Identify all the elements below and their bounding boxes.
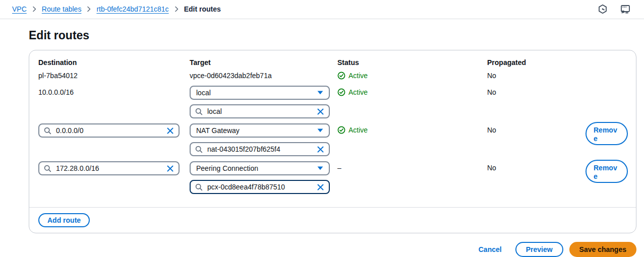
search-icon — [195, 183, 203, 191]
breadcrumb-bar: VPC Route tables rtb-0fefc24bd7121c81c E… — [0, 0, 644, 19]
target-search-box-focused — [190, 180, 330, 194]
breadcrumb-current: Edit routes — [184, 5, 221, 13]
remove-route-button[interactable]: Remove — [586, 160, 628, 183]
search-icon — [44, 165, 51, 172]
hexagon-clock-icon[interactable] — [598, 4, 608, 14]
route-row-4: Peering Connection – No Remove — [38, 161, 628, 194]
page-title: Edit routes — [29, 29, 636, 42]
clear-icon[interactable] — [166, 165, 174, 172]
destination-input[interactable] — [56, 164, 162, 172]
target-select[interactable]: NAT Gateway — [190, 123, 330, 138]
chevron-right-icon — [87, 6, 91, 12]
column-header-propagated: Propagated — [487, 58, 586, 67]
route-row-1: pl-7ba54012 vpce-0d60423dab2feb71a Activ… — [38, 71, 628, 81]
clear-icon[interactable] — [317, 108, 324, 115]
propagated-value: No — [487, 86, 586, 96]
destination-value: pl-7ba54012 — [38, 71, 190, 80]
breadcrumb: VPC Route tables rtb-0fefc24bd7121c81c E… — [12, 5, 221, 13]
check-circle-icon — [337, 72, 345, 80]
route-row-2: 10.0.0.0/16 local Active No — [38, 86, 628, 118]
console-window-icon[interactable] — [620, 4, 631, 14]
target-value: vpce-0d60423dab2feb71a — [190, 71, 337, 80]
target-select[interactable]: Peering Connection — [190, 161, 330, 175]
check-circle-icon — [337, 88, 345, 96]
caret-down-icon — [317, 128, 323, 133]
clear-icon[interactable] — [166, 127, 174, 135]
page-actions: Cancel Preview Save changes — [0, 242, 636, 257]
column-header-destination: Destination — [38, 58, 190, 67]
clear-icon[interactable] — [317, 183, 324, 191]
destination-search-box — [38, 161, 180, 175]
table-header-row: Destination Target Status Propagated — [38, 58, 628, 67]
add-route-button[interactable]: Add route — [38, 213, 90, 227]
target-select[interactable]: local — [190, 86, 330, 100]
edit-routes-panel: Destination Target Status Propagated pl-… — [29, 50, 636, 233]
status-badge: Active — [337, 88, 368, 96]
propagated-value: No — [487, 71, 586, 80]
remove-route-button[interactable]: Remove — [586, 122, 628, 145]
chevron-right-icon — [174, 6, 179, 12]
destination-search-box — [38, 123, 180, 138]
status-dash: – — [337, 161, 487, 172]
target-search-box — [190, 104, 330, 118]
caret-down-icon — [317, 166, 323, 170]
status-badge: Active — [337, 72, 368, 80]
propagated-value: No — [487, 123, 586, 134]
chevron-right-icon — [32, 6, 36, 12]
column-header-target: Target — [190, 58, 337, 67]
column-header-status: Status — [337, 58, 487, 67]
breadcrumb-link-route-table-id[interactable]: rtb-0fefc24bd7121c81c — [96, 5, 168, 13]
caret-down-icon — [317, 91, 323, 95]
preview-button[interactable]: Preview — [515, 242, 563, 257]
destination-input[interactable] — [56, 126, 162, 135]
search-icon — [44, 127, 51, 135]
clear-icon[interactable] — [317, 146, 324, 153]
propagated-value: No — [487, 161, 586, 172]
target-search-box — [190, 142, 330, 156]
target-search-input[interactable] — [207, 145, 312, 153]
search-icon — [195, 108, 203, 115]
breadcrumb-link-vpc[interactable]: VPC — [12, 5, 27, 13]
destination-value: 10.0.0.0/16 — [38, 86, 190, 96]
target-search-input[interactable] — [207, 183, 312, 191]
save-changes-button[interactable]: Save changes — [569, 242, 636, 257]
status-badge: Active — [337, 126, 368, 134]
cancel-button[interactable]: Cancel — [479, 245, 502, 253]
check-circle-icon — [337, 126, 345, 134]
route-row-3: NAT Gateway Active No Remove — [38, 123, 628, 156]
target-search-input[interactable] — [207, 107, 312, 115]
breadcrumb-link-route-tables[interactable]: Route tables — [42, 5, 82, 13]
card-footer: Add route — [29, 207, 636, 233]
search-icon — [195, 146, 203, 153]
